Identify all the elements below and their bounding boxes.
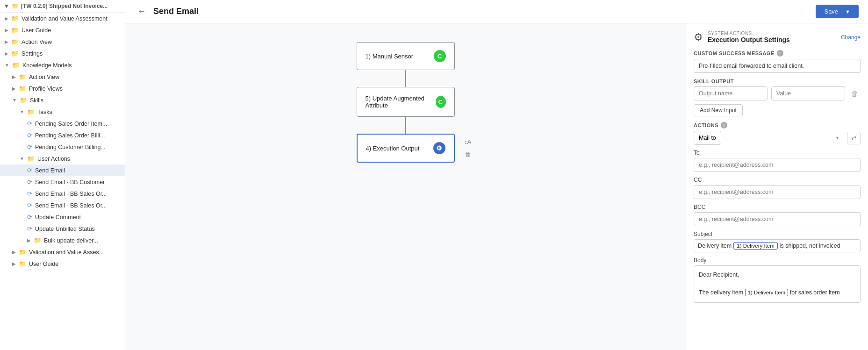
- value-input[interactable]: [771, 86, 845, 100]
- chevron-icon: ▶: [27, 238, 31, 243]
- header-left: ← Send Email: [135, 6, 199, 17]
- folder-icon: 📁: [27, 108, 35, 115]
- sidebar-item-user-actions[interactable]: ▼ 📁User Actions: [0, 153, 125, 164]
- cc-input[interactable]: [694, 185, 861, 199]
- back-button[interactable]: ←: [135, 6, 149, 17]
- connector-1: [405, 70, 406, 87]
- info-icon-actions[interactable]: i: [721, 122, 727, 129]
- skill-icon: ⟳: [27, 190, 32, 197]
- delete-output-button[interactable]: 🗑: [849, 89, 861, 99]
- chevron-icon: ▶: [12, 86, 16, 91]
- sidebar-item-action-view[interactable]: ▶ 📁Action View: [0, 71, 125, 83]
- folder-icon: 📁: [27, 155, 35, 162]
- folder-icon: 📁: [34, 237, 41, 244]
- sidebar-label: Action View: [29, 74, 59, 80]
- folder-icon: 📁: [11, 15, 19, 22]
- output-name-input[interactable]: [694, 86, 768, 100]
- sidebar-label: Knowledge Models: [22, 62, 72, 69]
- chevron-icon: ▶: [5, 39, 8, 44]
- sidebar-label: User Actions: [37, 156, 70, 162]
- sidebar-item-settings[interactable]: ▶ 📁Settings: [0, 48, 125, 59]
- sidebar-item-update-unbilled[interactable]: ⟳Update Unbilled Status: [0, 223, 125, 235]
- skill-icon: ⟳: [27, 143, 32, 150]
- actions-section-label: Actions i: [694, 122, 861, 129]
- sidebar-label: Bulk update deliver...: [44, 237, 98, 244]
- sidebar-label: Action View: [22, 39, 52, 45]
- bcc-label: BCC: [694, 204, 861, 210]
- sidebar-item-knowledge-models[interactable]: ▼ 📁Knowledge Models: [0, 59, 125, 71]
- sidebar-label: Send Email - BB Sales Or...: [35, 202, 107, 209]
- sidebar-item-send-email[interactable]: ⟳Send Email: [0, 164, 125, 176]
- sidebar-item-pending-sales-2[interactable]: ⟳Pending Sales Order Billi...: [0, 129, 125, 141]
- custom-success-input[interactable]: [694, 59, 861, 73]
- body-tag-1[interactable]: 1) Delivery Item: [745, 289, 789, 296]
- node-sort-button[interactable]: ↕A: [463, 137, 472, 146]
- folder-icon: 📁: [11, 38, 19, 45]
- sidebar-item-update-comment[interactable]: ⟳Update Comment: [0, 211, 125, 223]
- flow-canvas[interactable]: 1) Manual Sensor C 5) Update Augmented A…: [125, 23, 686, 350]
- sidebar-item-send-email-bb-sales-1[interactable]: ⟳Send Email - BB Sales Or...: [0, 188, 125, 200]
- sidebar-top-item[interactable]: ▼ 📁 [TW 0.2.0] Shipped Not Invoice...: [0, 0, 125, 13]
- change-link[interactable]: Change: [841, 34, 861, 41]
- subject-row[interactable]: Delivery item 1) Delivery Item is shippe…: [694, 239, 861, 252]
- node-manual-sensor[interactable]: 1) Manual Sensor C: [357, 42, 455, 70]
- node-execution-output[interactable]: 4) Execution Output ⚙: [357, 134, 455, 163]
- flow-nodes: 1) Manual Sensor C 5) Update Augmented A…: [357, 42, 455, 163]
- actions-select[interactable]: Mail to: [694, 131, 721, 145]
- sidebar-item-profile-views[interactable]: ▶ 📁Profile Views: [0, 83, 125, 94]
- bcc-input[interactable]: [694, 212, 861, 226]
- chevron-icon: ▶: [12, 261, 16, 266]
- node-delete-button[interactable]: 🗑: [463, 150, 472, 159]
- panel-header-text: System Actions Execution Output Settings: [708, 31, 836, 43]
- sidebar-item-skills[interactable]: ▼ 📁Skills: [0, 94, 125, 106]
- folder-icon: 📁: [12, 62, 20, 69]
- chevron-down-icon: ▼: [4, 3, 9, 9]
- cc-label: CC: [694, 177, 861, 183]
- sidebar-item-validation[interactable]: ▶ 📁Validation and Value Assessment: [0, 13, 125, 24]
- sidebar: ▼ 📁 [TW 0.2.0] Shipped Not Invoice... ▶ …: [0, 0, 125, 350]
- sidebar-item-pending-customer[interactable]: ⟳Pending Customer Billing...: [0, 141, 125, 153]
- sidebar-item-pending-sales-1[interactable]: ⟳Pending Sales Order Item...: [0, 118, 125, 129]
- swap-button[interactable]: ⇄: [847, 132, 861, 144]
- sidebar-item-send-email-bb-customer[interactable]: ⟳Send Email - BB Customer: [0, 176, 125, 188]
- node-update-augmented[interactable]: 5) Update Augmented Attribute C: [357, 87, 455, 117]
- chevron-icon: ▼: [12, 98, 17, 103]
- subject-tag-1[interactable]: 1) Delivery Item: [733, 242, 778, 250]
- save-button[interactable]: Save ▼: [816, 5, 859, 18]
- header: ← Send Email Save ▼: [125, 0, 868, 23]
- sidebar-label: User Guide: [29, 261, 58, 267]
- sidebar-label: Settings: [22, 50, 43, 57]
- sidebar-label: Send Email - BB Customer: [35, 179, 105, 186]
- sidebar-item-send-email-bb-sales-2[interactable]: ⟳Send Email - BB Sales Or...: [0, 200, 125, 211]
- gear-icon: ⚙: [433, 142, 445, 154]
- chevron-icon: ▶: [12, 250, 16, 255]
- chevron-icon: ▶: [12, 74, 16, 79]
- sidebar-label: User Guide: [22, 27, 51, 34]
- sidebar-item-user-guide-top[interactable]: ▶ 📁User Guide: [0, 24, 125, 36]
- save-dropdown-arrow[interactable]: ▼: [841, 9, 850, 14]
- actions-select-wrapper: Mail to: [694, 131, 844, 145]
- sidebar-label: Profile Views: [29, 86, 63, 92]
- skill-icon: ⟳: [27, 132, 32, 139]
- sidebar-item-user-guide-bottom[interactable]: ▶ 📁User Guide: [0, 258, 125, 270]
- add-input-button[interactable]: Add New Input: [694, 104, 743, 116]
- folder-icon: 📁: [19, 85, 26, 92]
- to-input[interactable]: [694, 158, 861, 172]
- connector-2: [405, 117, 406, 134]
- sidebar-label: Pending Customer Billing...: [35, 144, 106, 150]
- sidebar-item-tasks[interactable]: ▼ 📁Tasks: [0, 106, 125, 118]
- sidebar-label: Send Email: [35, 167, 65, 174]
- sidebar-item-action-view-top[interactable]: ▶ 📁Action View: [0, 36, 125, 48]
- folder-icon: 📁: [19, 73, 26, 80]
- page-title: Send Email: [153, 7, 199, 16]
- sidebar-item-bulk-update[interactable]: ▶ 📁Bulk update deliver...: [0, 235, 125, 246]
- subject-text-2: is shipped, not invoiced: [780, 243, 840, 249]
- body-area[interactable]: Dear Recipient,The delivery item 1) Deli…: [694, 265, 861, 303]
- sidebar-label: Pending Sales Order Billi...: [35, 132, 105, 139]
- chevron-icon: ▶: [5, 51, 8, 56]
- folder-icon: 📁: [11, 50, 19, 57]
- info-icon-success[interactable]: i: [777, 50, 783, 57]
- chevron-icon: ▶: [5, 28, 8, 33]
- folder-icon: 📁: [19, 260, 26, 267]
- sidebar-item-validation-value[interactable]: ▶ 📁Validation and Value Asses...: [0, 246, 125, 258]
